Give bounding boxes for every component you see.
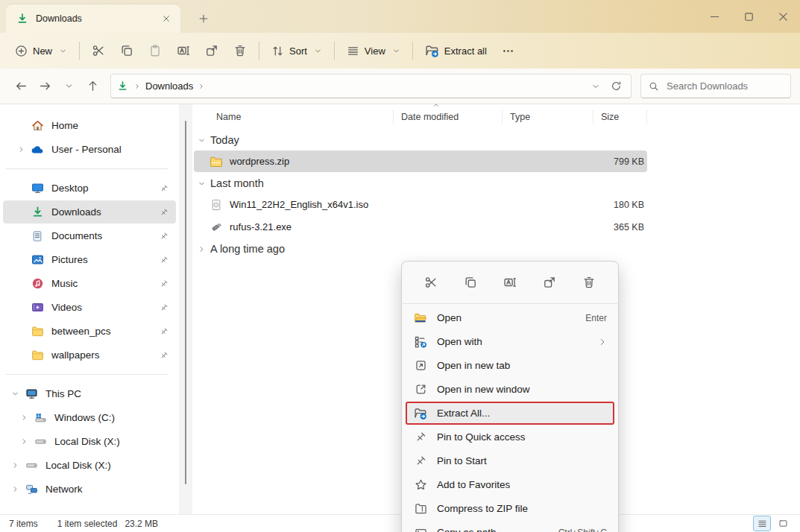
copy-icon[interactable] — [458, 271, 483, 294]
menu-item-extract-all[interactable]: Extract All... — [406, 402, 614, 425]
sidebar-item-wallpapers[interactable]: wallpapers — [3, 343, 176, 367]
menu-item-open[interactable]: Open Enter — [406, 306, 614, 329]
extract-all-button[interactable]: Extract all — [418, 37, 494, 64]
cut-icon[interactable] — [84, 37, 113, 64]
chevron-right-icon[interactable] — [15, 437, 33, 446]
more-icon[interactable] — [494, 37, 523, 64]
rename-icon[interactable] — [169, 37, 198, 64]
sidebar-item-local-disk-x-2[interactable]: Local Disk (X:) — [3, 454, 176, 477]
menu-item-open-in-new-window[interactable]: Open in new window — [406, 378, 614, 401]
context-menu: Open Enter Open with Open in new tab — [401, 261, 619, 532]
menu-item-open-in-new-tab[interactable]: Open in new tab — [406, 354, 614, 377]
sidebar-item-local-disk-x-1[interactable]: Local Disk (X:) — [3, 430, 176, 453]
menu-item-open-with[interactable]: Open with — [406, 330, 614, 353]
group-header-today[interactable]: Today — [192, 130, 800, 151]
sidebar-item-pictures[interactable]: Pictures — [3, 248, 176, 271]
sidebar-item-network[interactable]: Network — [3, 478, 176, 501]
chevron-right-icon[interactable] — [15, 414, 33, 422]
drive-icon — [24, 459, 39, 472]
breadcrumb-item-downloads[interactable]: Downloads — [145, 80, 193, 92]
menu-item-pin-to-start[interactable]: Pin to Start — [406, 449, 614, 472]
minimize-icon[interactable] — [697, 0, 731, 33]
items-count: 7 items — [9, 519, 38, 529]
forward-icon[interactable] — [33, 75, 57, 98]
new-button[interactable]: New — [7, 37, 75, 64]
up-icon[interactable] — [81, 75, 104, 98]
sort-button[interactable]: Sort — [264, 37, 330, 64]
pin-icon — [160, 184, 168, 193]
file-row-rufus-exe[interactable]: rufus-3.21.exe 365 KB — [194, 216, 647, 238]
menu-item-add-to-favorites[interactable]: Add to Favorites — [406, 473, 614, 496]
videos-icon — [30, 301, 45, 314]
sidebar-item-desktop[interactable]: Desktop — [3, 177, 176, 200]
pin-icon — [160, 351, 168, 360]
group-header-a-long-time-ago[interactable]: A long time ago — [192, 238, 800, 259]
copy-as-path-icon — [413, 526, 428, 532]
share-icon[interactable] — [537, 271, 562, 294]
onedrive-cloud-icon — [30, 143, 45, 156]
sidebar-item-music[interactable]: Music — [3, 272, 176, 295]
menu-item-compress-to-zip[interactable]: Compress to ZIP file — [406, 497, 614, 520]
search-box — [640, 74, 791, 98]
navigation-pane: Home User - Personal Desktop — [0, 104, 179, 514]
tab-downloads[interactable]: Downloads — [6, 4, 180, 33]
column-header-name[interactable]: Name — [192, 110, 394, 124]
scrollbar-thumb[interactable] — [185, 121, 186, 484]
chevron-right-icon[interactable] — [12, 145, 30, 153]
maximize-icon[interactable] — [731, 0, 766, 33]
sidebar-item-this-pc[interactable]: This PC — [3, 382, 176, 405]
sidebar-item-windows-c[interactable]: Windows (C:) — [3, 406, 176, 429]
zip-file-icon — [209, 155, 224, 168]
pin-icon — [160, 327, 168, 336]
back-icon[interactable] — [9, 75, 33, 98]
chevron-right-icon[interactable] — [6, 485, 24, 493]
sidebar-item-videos[interactable]: Videos — [3, 296, 176, 319]
menu-item-copy-as-path[interactable]: Copy as path Ctrl+Shift+C — [406, 521, 614, 532]
share-icon[interactable] — [198, 37, 226, 64]
address-dropdown-icon[interactable] — [591, 82, 600, 91]
documents-icon — [30, 230, 45, 242]
sidebar-item-documents[interactable]: Documents — [3, 224, 176, 247]
refresh-icon[interactable] — [611, 80, 622, 92]
details-view-icon[interactable] — [754, 516, 770, 531]
chevron-down-icon[interactable] — [192, 136, 210, 145]
column-header-date-modified[interactable]: Date modified — [394, 110, 503, 124]
chevron-right-icon[interactable] — [192, 245, 210, 253]
file-row-win11-iso[interactable]: Win11_22H2_English_x64v1.iso 180 KB — [194, 194, 647, 215]
paste-icon[interactable] — [141, 37, 169, 64]
rename-icon[interactable] — [497, 271, 523, 294]
menu-item-pin-to-quick-access[interactable]: Pin to Quick access — [406, 425, 614, 449]
sidebar-item-label: Local Disk (X:) — [54, 436, 120, 447]
sidebar-scrollbar[interactable] — [179, 104, 192, 514]
chevron-down-icon[interactable] — [192, 180, 210, 188]
sidebar-item-home[interactable]: Home — [3, 114, 176, 137]
breadcrumb[interactable]: Downloads — [110, 74, 632, 98]
extract-all-icon — [413, 407, 428, 420]
sidebar-item-between-pcs[interactable]: between_pcs — [3, 320, 176, 343]
column-header-size[interactable]: Size — [593, 110, 647, 124]
large-icons-view-icon[interactable] — [775, 516, 791, 531]
file-row-wordpress-zip[interactable]: wordpress.zip 799 KB — [194, 151, 647, 172]
search-input[interactable] — [667, 80, 778, 92]
iso-file-icon — [209, 199, 224, 211]
column-header-type[interactable]: Type — [503, 110, 593, 124]
close-icon[interactable] — [766, 0, 800, 33]
new-tab-button[interactable] — [192, 7, 215, 30]
tab-close-icon[interactable] — [157, 9, 176, 28]
title-bar: Downloads — [0, 0, 800, 33]
sidebar-item-downloads[interactable]: Downloads — [3, 200, 176, 224]
delete-icon[interactable] — [226, 37, 254, 64]
pin-icon — [160, 232, 168, 241]
star-icon — [413, 478, 428, 491]
chevron-down-icon[interactable] — [6, 390, 24, 398]
recent-locations-icon[interactable] — [57, 75, 81, 98]
delete-icon[interactable] — [576, 271, 602, 294]
view-button[interactable]: View — [339, 37, 408, 64]
sidebar-divider — [6, 374, 168, 375]
sidebar-item-onedrive[interactable]: User - Personal — [3, 138, 176, 161]
group-header-last-month[interactable]: Last month — [192, 173, 800, 194]
file-name: rufus-3.21.exe — [230, 221, 292, 232]
chevron-right-icon[interactable] — [6, 461, 24, 469]
cut-icon[interactable] — [418, 271, 444, 294]
copy-icon[interactable] — [113, 37, 141, 64]
